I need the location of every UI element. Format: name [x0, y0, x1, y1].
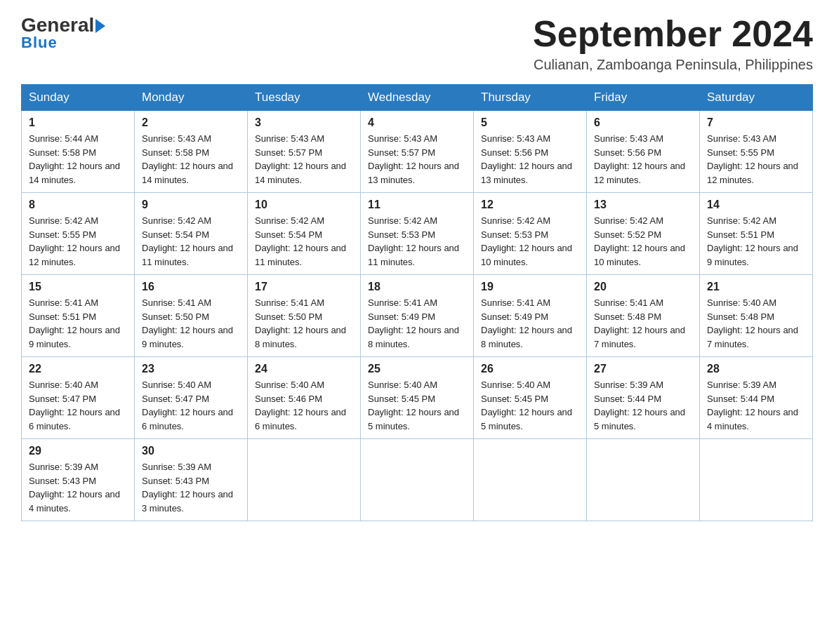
sunset-label: Sunset: 5:57 PM	[255, 147, 322, 158]
day-info: Sunrise: 5:44 AM Sunset: 5:58 PM Dayligh…	[29, 132, 127, 187]
day-number: 10	[255, 199, 353, 211]
day-number: 14	[707, 199, 805, 211]
day-info: Sunrise: 5:40 AM Sunset: 5:45 PM Dayligh…	[368, 378, 466, 433]
day-info: Sunrise: 5:43 AM Sunset: 5:56 PM Dayligh…	[594, 132, 692, 187]
day-number: 4	[368, 116, 466, 129]
calendar-week-row: 8 Sunrise: 5:42 AM Sunset: 5:55 PM Dayli…	[22, 193, 813, 275]
location-title: Culianan, Zamboanga Peninsula, Philippin…	[533, 57, 813, 73]
daylight-label: Daylight: 12 hours and 5 minutes.	[481, 407, 572, 431]
sunrise-label: Sunrise: 5:40 AM	[29, 380, 98, 390]
day-info: Sunrise: 5:41 AM Sunset: 5:49 PM Dayligh…	[368, 296, 466, 351]
table-row: 15 Sunrise: 5:41 AM Sunset: 5:51 PM Dayl…	[22, 275, 135, 357]
day-number: 12	[481, 199, 579, 211]
logo-blue: Blue	[21, 34, 58, 52]
table-row: 28 Sunrise: 5:39 AM Sunset: 5:44 PM Dayl…	[700, 357, 813, 439]
day-number: 17	[255, 281, 353, 293]
table-row: 19 Sunrise: 5:41 AM Sunset: 5:49 PM Dayl…	[474, 275, 587, 357]
day-info: Sunrise: 5:42 AM Sunset: 5:53 PM Dayligh…	[368, 214, 466, 269]
daylight-label: Daylight: 12 hours and 14 minutes.	[255, 161, 346, 185]
day-number: 1	[29, 116, 127, 129]
sunset-label: Sunset: 5:43 PM	[142, 476, 209, 486]
header-monday: Monday	[135, 85, 248, 111]
day-number: 8	[29, 199, 127, 211]
day-info: Sunrise: 5:42 AM Sunset: 5:55 PM Dayligh…	[29, 214, 127, 269]
daylight-label: Daylight: 12 hours and 6 minutes.	[29, 407, 120, 431]
sunset-label: Sunset: 5:56 PM	[594, 147, 661, 158]
daylight-label: Daylight: 12 hours and 7 minutes.	[594, 325, 685, 349]
table-row: 10 Sunrise: 5:42 AM Sunset: 5:54 PM Dayl…	[248, 193, 361, 275]
daylight-label: Daylight: 12 hours and 12 minutes.	[594, 161, 685, 185]
day-info: Sunrise: 5:41 AM Sunset: 5:48 PM Dayligh…	[594, 296, 692, 351]
header-wednesday: Wednesday	[361, 85, 474, 111]
calendar-week-row: 29 Sunrise: 5:39 AM Sunset: 5:43 PM Dayl…	[22, 439, 813, 521]
header-tuesday: Tuesday	[248, 85, 361, 111]
sunrise-label: Sunrise: 5:42 AM	[255, 215, 324, 226]
daylight-label: Daylight: 12 hours and 12 minutes.	[707, 161, 798, 185]
daylight-label: Daylight: 12 hours and 10 minutes.	[594, 243, 685, 267]
day-number: 27	[594, 363, 692, 375]
table-row: 30 Sunrise: 5:39 AM Sunset: 5:43 PM Dayl…	[135, 439, 248, 521]
sunrise-label: Sunrise: 5:41 AM	[368, 297, 437, 308]
sunset-label: Sunset: 5:45 PM	[481, 394, 548, 404]
sunrise-label: Sunrise: 5:41 AM	[594, 297, 663, 308]
table-row: 27 Sunrise: 5:39 AM Sunset: 5:44 PM Dayl…	[587, 357, 700, 439]
sunset-label: Sunset: 5:54 PM	[255, 229, 322, 240]
table-row	[587, 439, 700, 521]
sunrise-label: Sunrise: 5:42 AM	[368, 215, 437, 226]
sunrise-label: Sunrise: 5:43 AM	[707, 133, 776, 144]
sunrise-label: Sunrise: 5:40 AM	[255, 380, 324, 390]
sunset-label: Sunset: 5:50 PM	[255, 311, 322, 322]
table-row: 22 Sunrise: 5:40 AM Sunset: 5:47 PM Dayl…	[22, 357, 135, 439]
day-info: Sunrise: 5:43 AM Sunset: 5:57 PM Dayligh…	[368, 132, 466, 187]
calendar-week-row: 1 Sunrise: 5:44 AM Sunset: 5:58 PM Dayli…	[22, 111, 813, 193]
day-info: Sunrise: 5:42 AM Sunset: 5:51 PM Dayligh…	[707, 214, 805, 269]
sunset-label: Sunset: 5:56 PM	[481, 147, 548, 158]
day-number: 16	[142, 281, 240, 293]
sunset-label: Sunset: 5:45 PM	[368, 394, 435, 404]
day-info: Sunrise: 5:41 AM Sunset: 5:50 PM Dayligh…	[142, 296, 240, 351]
sunrise-label: Sunrise: 5:40 AM	[481, 380, 550, 390]
day-info: Sunrise: 5:40 AM Sunset: 5:46 PM Dayligh…	[255, 378, 353, 433]
sunset-label: Sunset: 5:55 PM	[707, 147, 774, 158]
daylight-label: Daylight: 12 hours and 5 minutes.	[594, 407, 685, 431]
sunrise-label: Sunrise: 5:39 AM	[707, 380, 776, 390]
daylight-label: Daylight: 12 hours and 9 minutes.	[142, 325, 233, 349]
table-row: 29 Sunrise: 5:39 AM Sunset: 5:43 PM Dayl…	[22, 439, 135, 521]
sunrise-label: Sunrise: 5:39 AM	[142, 462, 211, 472]
sunset-label: Sunset: 5:47 PM	[142, 394, 209, 404]
day-info: Sunrise: 5:41 AM Sunset: 5:49 PM Dayligh…	[481, 296, 579, 351]
table-row: 9 Sunrise: 5:42 AM Sunset: 5:54 PM Dayli…	[135, 193, 248, 275]
day-info: Sunrise: 5:40 AM Sunset: 5:48 PM Dayligh…	[707, 296, 805, 351]
table-row	[700, 439, 813, 521]
table-row: 21 Sunrise: 5:40 AM Sunset: 5:48 PM Dayl…	[700, 275, 813, 357]
table-row: 25 Sunrise: 5:40 AM Sunset: 5:45 PM Dayl…	[361, 357, 474, 439]
sunrise-label: Sunrise: 5:42 AM	[707, 215, 776, 226]
sunrise-label: Sunrise: 5:41 AM	[481, 297, 550, 308]
day-number: 5	[481, 116, 579, 129]
table-row: 5 Sunrise: 5:43 AM Sunset: 5:56 PM Dayli…	[474, 111, 587, 193]
day-info: Sunrise: 5:42 AM Sunset: 5:52 PM Dayligh…	[594, 214, 692, 269]
day-number: 11	[368, 199, 466, 211]
sunrise-label: Sunrise: 5:44 AM	[29, 133, 98, 144]
sunset-label: Sunset: 5:55 PM	[29, 229, 96, 240]
sunset-label: Sunset: 5:58 PM	[142, 147, 209, 158]
sunrise-label: Sunrise: 5:40 AM	[707, 297, 776, 308]
weekday-header-row: Sunday Monday Tuesday Wednesday Thursday…	[22, 85, 813, 111]
day-info: Sunrise: 5:41 AM Sunset: 5:51 PM Dayligh…	[29, 296, 127, 351]
table-row: 16 Sunrise: 5:41 AM Sunset: 5:50 PM Dayl…	[135, 275, 248, 357]
day-info: Sunrise: 5:42 AM Sunset: 5:54 PM Dayligh…	[255, 214, 353, 269]
day-info: Sunrise: 5:39 AM Sunset: 5:43 PM Dayligh…	[29, 460, 127, 515]
day-info: Sunrise: 5:43 AM Sunset: 5:58 PM Dayligh…	[142, 132, 240, 187]
day-number: 7	[707, 116, 805, 129]
table-row: 24 Sunrise: 5:40 AM Sunset: 5:46 PM Dayl…	[248, 357, 361, 439]
day-number: 23	[142, 363, 240, 375]
sunrise-label: Sunrise: 5:42 AM	[594, 215, 663, 226]
daylight-label: Daylight: 12 hours and 14 minutes.	[142, 161, 233, 185]
day-number: 29	[29, 445, 127, 457]
daylight-label: Daylight: 12 hours and 12 minutes.	[29, 243, 120, 267]
table-row: 6 Sunrise: 5:43 AM Sunset: 5:56 PM Dayli…	[587, 111, 700, 193]
day-number: 18	[368, 281, 466, 293]
sunrise-label: Sunrise: 5:41 AM	[142, 297, 211, 308]
day-info: Sunrise: 5:39 AM Sunset: 5:44 PM Dayligh…	[707, 378, 805, 433]
sunset-label: Sunset: 5:49 PM	[481, 311, 548, 322]
